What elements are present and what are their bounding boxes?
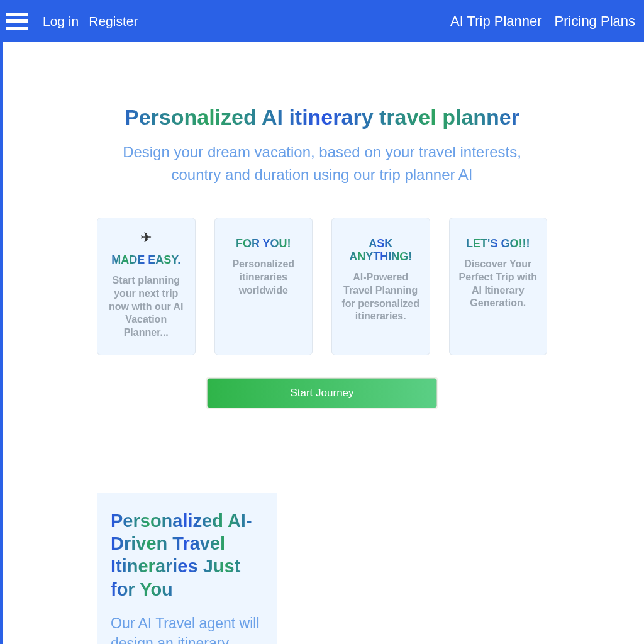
card-for-you: FOR YOU! Personalized itineraries worldw… [214, 218, 313, 355]
card-desc: Discover Your Perfect Trip with AI Itine… [457, 258, 540, 310]
nav-links: AI Trip Planner Pricing Plans [450, 13, 635, 30]
card-ask-anything: ASK ANYTHING! AI-Powered Travel Planning… [331, 218, 430, 355]
register-link[interactable]: Register [89, 14, 138, 29]
card-desc: AI-Powered Travel Planning for personali… [340, 271, 422, 323]
section-itineraries: Personalized AI-Driven Travel Itinerarie… [0, 493, 644, 644]
menu-icon[interactable] [6, 13, 28, 30]
hero-title: Personalized AI itinerary travel planner [97, 105, 547, 130]
left-accent-bar [0, 42, 3, 644]
nav-ai-trip-planner[interactable]: AI Trip Planner [450, 13, 542, 30]
hero-section: Personalized AI itinerary travel planner… [0, 42, 644, 408]
card-lets-go: LET'S GO!!! Discover Your Perfect Trip w… [449, 218, 548, 355]
card-desc: Start planning your next trip now with o… [105, 274, 187, 340]
section-subtitle: Our AI Travel agent will design an itine… [111, 613, 263, 644]
hero-subtitle: Design your dream vacation, based on you… [97, 141, 547, 186]
section-title: Personalized AI-Driven Travel Itinerarie… [111, 509, 263, 601]
header: Log in Register AI Trip Planner Pricing … [0, 0, 644, 42]
plane-icon: ✈ [105, 230, 187, 246]
card-desc: Personalized itineraries worldwide [223, 258, 305, 297]
nav-pricing-plans[interactable]: Pricing Plans [555, 13, 635, 30]
start-journey-button[interactable]: Start Journey [207, 378, 437, 408]
login-link[interactable]: Log in [43, 14, 79, 29]
section-card: Personalized AI-Driven Travel Itinerarie… [97, 493, 277, 644]
card-made-easy: ✈ MADE EASY. Start planning your next tr… [97, 218, 196, 355]
card-title: ASK ANYTHING! [340, 237, 422, 264]
auth-links: Log in Register [43, 14, 138, 29]
card-title: MADE EASY. [105, 253, 187, 267]
card-title: LET'S GO!!! [457, 237, 540, 250]
feature-cards: ✈ MADE EASY. Start planning your next tr… [97, 218, 547, 355]
cta-wrap: Start Journey [97, 378, 547, 408]
card-title: FOR YOU! [223, 237, 305, 250]
